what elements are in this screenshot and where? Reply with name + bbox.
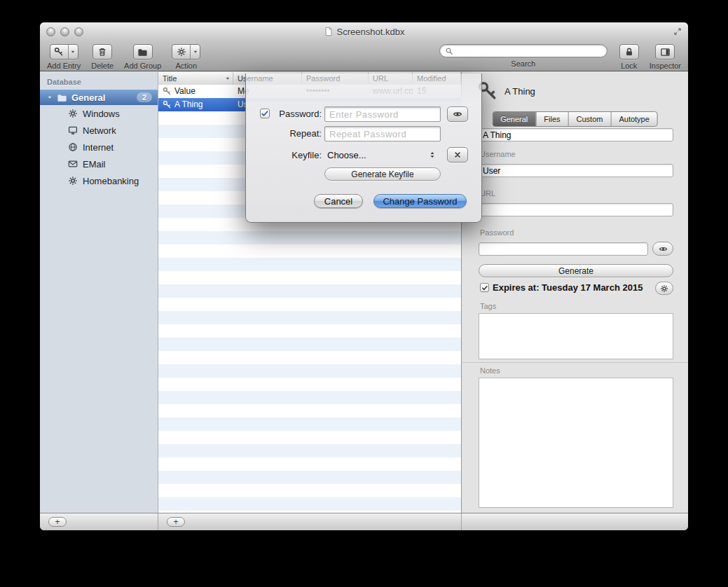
change-password-button[interactable]: Change Password — [373, 194, 467, 208]
document-icon — [324, 27, 334, 36]
folder-icon — [57, 92, 67, 103]
action-item: Action — [172, 44, 200, 70]
keyfile-popup[interactable]: Choose... — [324, 147, 441, 163]
monitor-icon — [68, 125, 78, 135]
cancel-label: Cancel — [324, 196, 352, 207]
tab-custom[interactable]: Custom — [569, 112, 612, 126]
chevron-down-icon — [193, 49, 198, 55]
expires-label: Expires at: Tuesday 17 March 2015 — [493, 282, 643, 293]
sidebar-header: Database — [40, 72, 158, 90]
search-input[interactable] — [456, 46, 602, 57]
toolbar: Add Entry Delete Add Group Action — [40, 41, 688, 71]
dialog-password-label: Password: — [267, 109, 322, 119]
cancel-button[interactable]: Cancel — [314, 194, 363, 208]
inspector-icon — [660, 47, 671, 57]
group-count-badge: 2 — [137, 92, 152, 102]
close-button[interactable] — [46, 27, 55, 36]
inspector-button[interactable] — [655, 44, 675, 60]
search-field[interactable] — [439, 44, 607, 57]
minimize-button[interactable] — [60, 27, 69, 36]
traffic-lights — [46, 27, 83, 36]
add-group-label: Add Group — [124, 62, 161, 70]
sort-indicator-icon — [225, 76, 231, 81]
search-label: Search — [511, 60, 535, 68]
section-divider — [462, 362, 688, 363]
lock-icon — [624, 47, 634, 57]
sidebar-item-label: EMail — [83, 159, 106, 170]
entry-title: A Thing — [174, 98, 202, 111]
footer-divider — [461, 513, 462, 530]
disclosure-triangle-icon[interactable] — [47, 95, 53, 100]
reveal-password-button[interactable] — [652, 242, 673, 256]
expires-settings-button[interactable] — [655, 282, 673, 295]
chevron-down-icon — [70, 49, 76, 55]
zoom-button[interactable] — [74, 27, 83, 36]
tab-autotype[interactable]: Autotype — [611, 112, 657, 126]
sidebar-item-windows[interactable]: Windows — [40, 105, 158, 122]
clear-keyfile-button[interactable] — [447, 147, 468, 163]
tab-files[interactable]: Files — [536, 112, 568, 126]
inspector-panel: A Thing General Files Custom Autotype Us… — [461, 72, 688, 513]
add-entry-footer-button[interactable]: + — [167, 517, 185, 527]
add-group-button[interactable] — [133, 44, 153, 60]
url-field[interactable] — [479, 203, 673, 216]
footer-bar: + + — [40, 513, 688, 530]
search-group: Search — [438, 44, 609, 68]
dialog-password-input[interactable] — [324, 106, 441, 122]
sidebar-item-homebanking[interactable]: Homebanking — [40, 172, 158, 189]
envelope-icon — [68, 159, 78, 169]
title-bar: Screenshot.kdbx — [40, 22, 688, 41]
key-icon — [163, 87, 172, 96]
popup-stepper-icon — [428, 151, 437, 159]
sidebar-item-internet[interactable]: Internet — [40, 139, 158, 156]
lock-button[interactable] — [619, 44, 639, 60]
dialog-keyfile-label: Keyfile: — [267, 150, 322, 160]
gear-icon — [177, 47, 186, 57]
column-header-title[interactable]: Title — [158, 72, 233, 85]
check-icon — [481, 284, 488, 291]
sidebar-item-label: Homebanking — [83, 176, 139, 186]
sidebar-item-network[interactable]: Network — [40, 122, 158, 139]
delete-label: Delete — [91, 62, 114, 70]
add-group-item: Add Group — [124, 44, 161, 70]
expires-checkbox[interactable] — [480, 283, 489, 292]
generate-button[interactable]: Generate — [479, 264, 673, 277]
add-entry-button[interactable] — [50, 44, 78, 60]
username-field[interactable] — [479, 164, 673, 177]
add-entry-label: Add Entry — [47, 62, 81, 70]
inspector-entry-title: A Thing — [504, 86, 535, 97]
username-label: Username — [480, 150, 516, 158]
sidebar-item-label: Internet — [83, 142, 114, 153]
lock-item: Lock — [619, 44, 639, 70]
password-field[interactable] — [479, 242, 648, 256]
action-button[interactable] — [172, 44, 200, 60]
dialog-repeat-input[interactable] — [324, 126, 441, 141]
sidebar-group-general[interactable]: General 2 — [40, 90, 158, 105]
generate-keyfile-button[interactable]: Generate Keyfile — [324, 167, 441, 181]
sidebar-item-email[interactable]: EMail — [40, 156, 158, 172]
add-entry-item: Add Entry — [47, 44, 81, 70]
search-icon — [445, 47, 453, 55]
tags-input[interactable] — [479, 313, 673, 359]
password-label: Password — [480, 228, 514, 237]
gear-icon — [68, 176, 78, 186]
gear-icon — [68, 109, 78, 118]
generate-label: Generate — [558, 266, 593, 276]
delete-item: Delete — [91, 44, 114, 70]
title-field[interactable] — [479, 128, 673, 141]
add-group-footer-button[interactable]: + — [48, 517, 67, 527]
keyfile-popup-value: Choose... — [324, 150, 366, 160]
delete-button[interactable] — [92, 44, 112, 60]
app-window: Screenshot.kdbx Add Entry Delete Add Gro… — [40, 22, 688, 530]
tab-general[interactable]: General — [493, 112, 536, 126]
tags-label: Tags — [480, 302, 496, 310]
expand-icon[interactable] — [673, 27, 682, 36]
trash-icon — [97, 47, 107, 57]
folder-icon — [137, 47, 148, 57]
group-label: General — [71, 92, 105, 103]
dialog-repeat-label: Repeat: — [267, 128, 322, 139]
reveal-password-button[interactable] — [447, 106, 468, 122]
globe-icon — [68, 142, 78, 152]
generate-keyfile-label: Generate Keyfile — [351, 170, 413, 179]
notes-input[interactable] — [479, 378, 673, 508]
